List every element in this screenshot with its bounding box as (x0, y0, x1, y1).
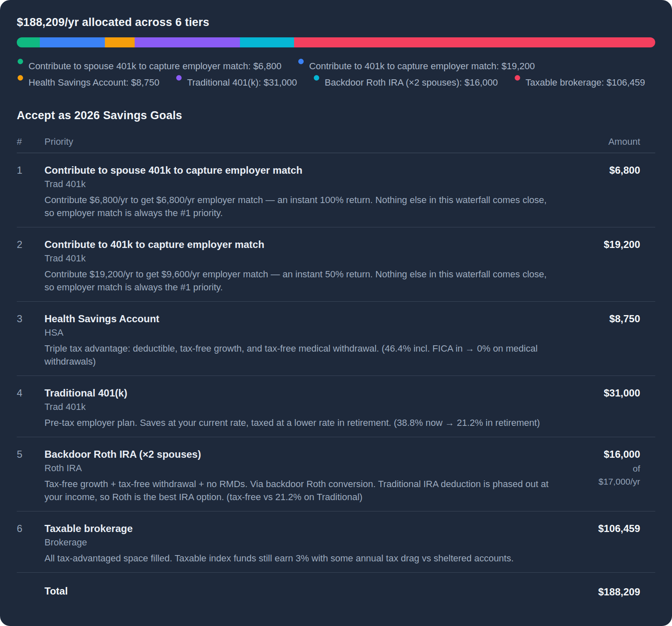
priority-subtitle: Roth IRA (44, 462, 559, 474)
priority-title: Backdoor Roth IRA (×2 spouses) (44, 448, 559, 461)
priority-title: Taxable brokerage (44, 522, 559, 535)
priority-description: Tax-free growth + tax-free withdrawal + … (44, 477, 552, 503)
table-row: 1 Contribute to spouse 401k to capture e… (17, 153, 655, 227)
row-priority-cell: Contribute to 401k to capture employer m… (44, 238, 559, 294)
row-amount-cell: $6,800 (559, 164, 655, 219)
priority-description: Contribute $6,800/yr to get $6,800/yr em… (44, 193, 552, 219)
amount-value: $106,459 (559, 522, 640, 535)
legend-label: Health Savings Account: $8,750 (29, 77, 159, 88)
column-header-amount: Amount (559, 136, 655, 147)
priority-subtitle: HSA (44, 326, 559, 339)
priority-subtitle: Brokerage (44, 536, 559, 548)
total-label: Total (44, 585, 559, 599)
row-amount-cell: $19,200 (559, 238, 655, 294)
table-row: 6 Taxable brokerage Brokerage All tax-ad… (17, 511, 655, 573)
priority-title: Traditional 401(k) (44, 386, 559, 400)
savings-goals-table: # Priority Amount 1 Contribute to spouse… (17, 136, 655, 599)
legend-item-hsa: Health Savings Account: $8,750 (17, 76, 159, 89)
legend-item-401k-match: Contribute to 401k to capture employer m… (297, 60, 535, 73)
section-heading: Accept as 2026 Savings Goals (17, 109, 655, 122)
amount-value: $6,800 (559, 164, 640, 177)
allocation-stacked-bar (17, 37, 655, 47)
row-number: 2 (17, 238, 44, 294)
table-row: 3 Health Savings Account HSA Triple tax … (17, 302, 655, 376)
priority-subtitle: Trad 401k (44, 401, 559, 413)
row-priority-cell: Health Savings Account HSA Triple tax ad… (44, 312, 559, 368)
allocation-legend: Contribute to spouse 401k to capture emp… (17, 60, 655, 89)
row-number: 6 (17, 522, 44, 565)
row-amount-cell: $106,459 (559, 522, 655, 565)
bar-segment-traditional-401k (135, 37, 240, 47)
table-header-row: # Priority Amount (17, 136, 655, 153)
priority-subtitle: Trad 401k (44, 178, 559, 190)
bar-segment-backdoor-roth (240, 37, 294, 47)
table-row: 4 Traditional 401(k) Trad 401k Pre-tax e… (17, 376, 655, 437)
amount-limit-note: of $17,000/yr (589, 462, 640, 488)
legend-label: Taxable brokerage: $106,459 (526, 77, 645, 88)
row-number: 1 (17, 164, 44, 219)
legend-label: Traditional 401(k): $31,000 (187, 77, 297, 88)
column-header-num: # (17, 136, 44, 147)
allocation-title: $188,209/yr allocated across 6 tiers (17, 16, 655, 29)
legend-dot-icon (298, 59, 304, 64)
priority-title: Health Savings Account (44, 312, 559, 326)
amount-value: $16,000 (559, 448, 640, 461)
table-row: 5 Backdoor Roth IRA (×2 spouses) Roth IR… (17, 437, 655, 511)
legend-dot-icon (18, 75, 23, 81)
row-amount-cell: $31,000 (559, 386, 655, 429)
legend-item-traditional-401k: Traditional 401(k): $31,000 (175, 76, 297, 89)
row-number: 4 (17, 386, 44, 429)
legend-label: Contribute to 401k to capture employer m… (309, 61, 535, 71)
row-number: 5 (17, 448, 44, 503)
priority-description: Pre-tax employer plan. Saves at your cur… (44, 416, 552, 429)
priority-description: All tax-advantaged space filled. Taxable… (44, 552, 552, 565)
table-total-row: Total $188,209 (17, 573, 655, 599)
priority-title: Contribute to 401k to capture employer m… (44, 238, 559, 251)
column-header-priority: Priority (44, 136, 559, 147)
priority-description: Triple tax advantage: deductible, tax-fr… (44, 342, 552, 368)
row-number: 3 (17, 312, 44, 368)
row-amount-cell: $16,000 of $17,000/yr (559, 448, 655, 503)
amount-value: $31,000 (559, 386, 640, 400)
row-priority-cell: Taxable brokerage Brokerage All tax-adva… (44, 522, 559, 565)
total-spacer (17, 585, 44, 599)
legend-dot-icon (314, 75, 319, 81)
bar-segment-hsa (105, 37, 135, 47)
legend-item-backdoor-roth: Backdoor Roth IRA (×2 spouses): $16,000 (313, 76, 498, 89)
row-priority-cell: Contribute to spouse 401k to capture emp… (44, 164, 559, 219)
total-amount: $188,209 (559, 585, 655, 599)
row-amount-cell: $8,750 (559, 312, 655, 368)
amount-value: $8,750 (559, 312, 640, 326)
bar-segment-401k-match (40, 37, 105, 47)
priority-description: Contribute $19,200/yr to get $9,600/yr e… (44, 268, 552, 294)
legend-dot-icon (18, 59, 23, 64)
legend-item-spouse-401k-match: Contribute to spouse 401k to capture emp… (17, 60, 281, 73)
priority-subtitle: Trad 401k (44, 252, 559, 264)
amount-value: $19,200 (559, 238, 640, 251)
savings-waterfall-panel: $188,209/yr allocated across 6 tiers Con… (0, 0, 672, 626)
row-priority-cell: Traditional 401(k) Trad 401k Pre-tax emp… (44, 386, 559, 429)
bar-segment-taxable-brokerage (294, 37, 655, 47)
row-priority-cell: Backdoor Roth IRA (×2 spouses) Roth IRA … (44, 448, 559, 503)
table-row: 2 Contribute to 401k to capture employer… (17, 227, 655, 302)
legend-label: Contribute to spouse 401k to capture emp… (29, 61, 281, 71)
legend-dot-icon (176, 75, 182, 81)
legend-dot-icon (515, 75, 520, 81)
bar-segment-spouse-401k-match (17, 37, 40, 47)
priority-title: Contribute to spouse 401k to capture emp… (44, 164, 559, 177)
legend-item-taxable-brokerage: Taxable brokerage: $106,459 (514, 76, 645, 89)
legend-label: Backdoor Roth IRA (×2 spouses): $16,000 (325, 77, 498, 88)
